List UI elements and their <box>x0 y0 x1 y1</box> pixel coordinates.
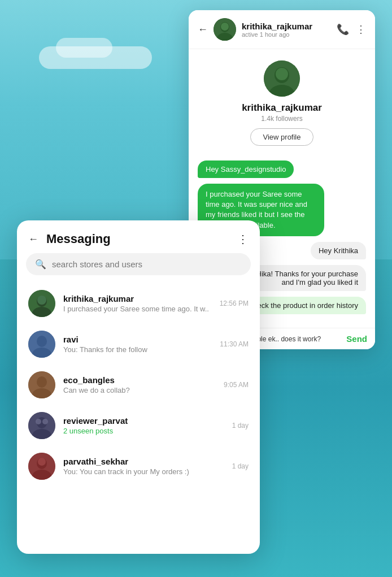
chat-name-block: krithika_rajkumar active 1 hour ago <box>242 21 337 38</box>
conversation-preview: You: Thanks for the follow <box>63 345 212 354</box>
message-item: Hey Krithika <box>311 242 366 259</box>
svg-point-21 <box>36 419 41 424</box>
conversation-username: ravi <box>63 335 212 344</box>
messaging-title: Messaging <box>46 232 237 246</box>
conversation-preview: Can we do a collab? <box>63 386 216 394</box>
conversation-item[interactable]: reviewer_parvat 2 unseen posts 1 day <box>17 405 260 446</box>
search-icon: 🔍 <box>35 259 46 270</box>
conversation-time: 1 day <box>232 422 249 430</box>
conversation-avatar <box>28 412 55 439</box>
conversation-item[interactable]: parvathi_sekhar You: You can track in yo… <box>17 446 260 487</box>
profile-avatar <box>264 60 300 97</box>
conversation-time: 9:05 AM <box>224 381 249 389</box>
call-icon[interactable]: 📞 <box>337 23 349 36</box>
message-item: check the product in order history <box>242 297 366 314</box>
chat-actions: 📞 ⋮ <box>337 23 366 36</box>
chat-status: active 1 hour ago <box>242 31 337 38</box>
more-icon[interactable]: ⋮ <box>356 23 366 36</box>
conversation-body: eco_bangles Can we do a collab? <box>63 375 216 394</box>
conversation-username: krithika_rajkumar <box>63 294 212 303</box>
profile-name: krithika_rajkumar <box>242 102 322 114</box>
clouds <box>39 46 152 69</box>
conversation-preview: I purchased your Saree some time ago. It… <box>63 305 212 313</box>
svg-point-13 <box>37 336 47 347</box>
view-profile-button[interactable]: View profile <box>250 128 314 146</box>
svg-point-26 <box>38 458 46 466</box>
conversation-item[interactable]: eco_bangles Can we do a collab? 9:05 AM <box>17 365 260 405</box>
chat-header: ← krithika_rajkumar active 1 hour ago 📞 … <box>189 10 375 49</box>
messaging-more-button[interactable]: ⋮ <box>237 232 249 246</box>
conversation-item[interactable]: ravi You: Thanks for the follow 11:30 AM <box>17 324 260 365</box>
conversation-preview: You: You can track in your My orders :) <box>63 467 224 476</box>
svg-point-22 <box>42 419 48 424</box>
conversation-body: ravi You: Thanks for the follow <box>63 335 212 354</box>
svg-point-16 <box>37 376 47 388</box>
messaging-back-button[interactable]: ← <box>28 233 38 245</box>
conversation-time: 1 day <box>232 462 249 470</box>
svg-point-3 <box>221 23 229 31</box>
conversation-body: krithika_rajkumar I purchased your Saree… <box>63 294 212 313</box>
conversation-username: parvathi_sekhar <box>63 457 224 466</box>
messaging-header: ← Messaging ⋮ <box>17 220 260 253</box>
chat-avatar <box>214 18 236 41</box>
svg-point-11 <box>37 296 46 305</box>
profile-followers: 1.4k followers <box>261 115 302 123</box>
send-button[interactable]: Send <box>346 334 367 344</box>
conversation-body: reviewer_parvat 2 unseen posts <box>63 416 224 435</box>
conversation-time: 12:56 PM <box>220 300 249 307</box>
back-button[interactable]: ← <box>198 24 208 36</box>
conversation-avatar <box>28 331 55 358</box>
conversation-avatar <box>28 290 55 317</box>
conversation-body: parvathi_sekhar You: You can track in yo… <box>63 457 224 476</box>
search-bar: 🔍 <box>26 253 251 275</box>
conversation-username: reviewer_parvat <box>63 416 224 426</box>
svg-point-7 <box>276 68 288 80</box>
conversation-list: krithika_rajkumar I purchased your Saree… <box>17 283 260 554</box>
message-item: Hey Sassy_designstudio <box>198 160 294 178</box>
conversation-item[interactable]: krithika_rajkumar I purchased your Saree… <box>17 283 260 324</box>
profile-section: krithika_rajkumar 1.4k followers View pr… <box>189 49 375 155</box>
conversation-avatar <box>28 453 55 480</box>
conversation-preview: 2 unseen posts <box>63 427 224 435</box>
conversation-time: 11:30 AM <box>220 340 249 348</box>
search-input[interactable] <box>52 259 242 269</box>
chat-username: krithika_rajkumar <box>242 21 337 31</box>
conversation-avatar <box>28 371 55 398</box>
messaging-panel: ← Messaging ⋮ 🔍 krithika_rajkumar I purc… <box>17 220 260 554</box>
conversation-username: eco_bangles <box>63 375 216 385</box>
